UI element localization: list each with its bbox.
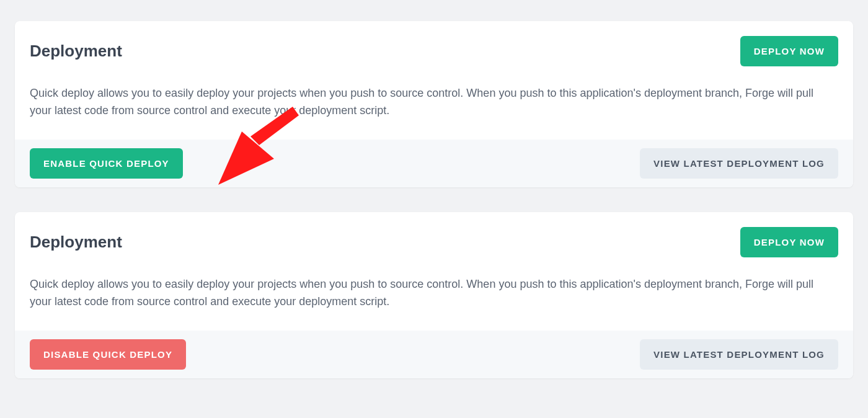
view-deployment-log-button[interactable]: View Latest Deployment Log (640, 148, 838, 179)
card-description: Quick deploy allows you to easily deploy… (30, 276, 838, 311)
card-body: Quick deploy allows you to easily deploy… (15, 257, 853, 331)
deployment-card: Deployment Deploy Now Quick deploy allow… (15, 21, 853, 187)
card-title: Deployment (30, 42, 122, 61)
card-body: Quick deploy allows you to easily deploy… (15, 66, 853, 140)
card-footer: Enable Quick Deploy View Latest Deployme… (15, 140, 853, 187)
card-description: Quick deploy allows you to easily deploy… (30, 85, 838, 120)
enable-quick-deploy-button[interactable]: Enable Quick Deploy (30, 148, 183, 179)
card-header: Deployment Deploy Now (15, 21, 853, 66)
view-deployment-log-button[interactable]: View Latest Deployment Log (640, 339, 838, 370)
deploy-now-button[interactable]: Deploy Now (740, 36, 838, 66)
card-header: Deployment Deploy Now (15, 212, 853, 257)
deploy-now-button[interactable]: Deploy Now (740, 227, 838, 257)
deployment-card: Deployment Deploy Now Quick deploy allow… (15, 212, 853, 378)
disable-quick-deploy-button[interactable]: Disable Quick Deploy (30, 339, 186, 370)
card-title: Deployment (30, 233, 122, 252)
card-footer: Disable Quick Deploy View Latest Deploym… (15, 331, 853, 378)
